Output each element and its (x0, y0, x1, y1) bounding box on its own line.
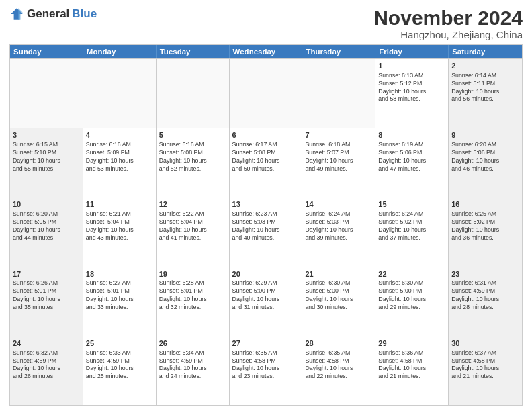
calendar-row: 3Sunrise: 6:15 AMSunset: 5:10 PMDaylight… (10, 128, 522, 197)
cell-info: Daylight: 10 hours (13, 365, 80, 373)
cell-info: Sunset: 4:58 PM (378, 357, 445, 365)
cell-info: Sunset: 5:08 PM (232, 149, 300, 157)
calendar-cell: 14Sunrise: 6:24 AMSunset: 5:03 PMDayligh… (302, 197, 375, 266)
cell-info: Sunrise: 6:37 AM (451, 349, 519, 357)
cell-info: Sunrise: 6:27 AM (86, 279, 153, 287)
calendar-cell: 27Sunrise: 6:35 AMSunset: 4:58 PMDayligh… (230, 336, 303, 405)
cell-info: Sunrise: 6:13 AM (378, 72, 445, 80)
cell-info: Sunset: 5:11 PM (451, 80, 519, 88)
cell-info: Daylight: 10 hours (451, 88, 519, 96)
cell-info: and 52 minutes. (159, 165, 226, 173)
cell-info: Daylight: 10 hours (13, 226, 80, 234)
cell-info: Sunrise: 6:23 AM (232, 210, 300, 218)
cell-info: Sunrise: 6:33 AM (86, 349, 153, 357)
cell-info: Sunrise: 6:24 AM (378, 210, 445, 218)
cell-info: and 37 minutes. (378, 234, 445, 242)
cell-info: and 55 minutes. (13, 165, 80, 173)
day-number: 7 (305, 130, 372, 140)
cell-info: Daylight: 10 hours (86, 365, 153, 373)
cell-info: Sunset: 4:59 PM (451, 287, 519, 295)
cell-info: Sunrise: 6:36 AM (378, 349, 445, 357)
cell-info: Sunset: 5:03 PM (305, 218, 372, 226)
cell-info: Sunset: 5:04 PM (159, 218, 226, 226)
cell-info: Sunset: 4:58 PM (305, 357, 372, 365)
cell-info: Sunrise: 6:20 AM (451, 141, 519, 149)
calendar-cell: 17Sunrise: 6:26 AMSunset: 5:01 PMDayligh… (10, 267, 83, 336)
header-day: Friday (375, 45, 449, 58)
cell-info: and 56 minutes. (451, 95, 519, 103)
cell-info: and 39 minutes. (305, 234, 372, 242)
cell-info: Sunrise: 6:20 AM (13, 210, 80, 218)
cell-info: Sunset: 5:01 PM (86, 287, 153, 295)
cell-info: Daylight: 10 hours (378, 226, 445, 234)
day-number: 1 (378, 61, 445, 71)
cell-info: Daylight: 10 hours (305, 295, 372, 304)
day-number: 3 (13, 130, 80, 140)
cell-info: and 53 minutes. (86, 165, 153, 173)
day-number: 4 (86, 130, 153, 140)
cell-info: and 31 minutes. (232, 304, 300, 312)
cell-info: and 30 minutes. (305, 304, 372, 312)
day-number: 26 (159, 338, 226, 349)
calendar-cell: 19Sunrise: 6:28 AMSunset: 5:01 PMDayligh… (157, 267, 230, 336)
calendar-cell (302, 59, 375, 128)
calendar: SundayMondayTuesdayWednesdayThursdayFrid… (9, 44, 523, 406)
calendar-cell: 13Sunrise: 6:23 AMSunset: 5:03 PMDayligh… (230, 197, 303, 266)
cell-info: and 28 minutes. (451, 304, 519, 312)
logo-general: General (27, 7, 69, 21)
cell-info: Sunset: 5:12 PM (378, 80, 445, 88)
cell-info: and 25 minutes. (86, 373, 153, 381)
header: General Blue November 2024 Hangzhou, Zhe… (9, 7, 523, 40)
cell-info: Daylight: 10 hours (159, 226, 226, 234)
calendar-cell: 22Sunrise: 6:30 AMSunset: 5:00 PMDayligh… (375, 267, 449, 336)
cell-info: Daylight: 10 hours (451, 365, 519, 373)
cell-info: and 46 minutes. (451, 165, 519, 173)
cell-info: Sunset: 5:09 PM (86, 149, 153, 157)
cell-info: Sunrise: 6:22 AM (159, 210, 226, 218)
cell-info: and 29 minutes. (378, 304, 445, 312)
cell-info: and 41 minutes. (159, 234, 226, 242)
cell-info: and 26 minutes. (13, 373, 80, 381)
day-number: 29 (378, 338, 445, 349)
calendar-cell: 29Sunrise: 6:36 AMSunset: 4:58 PMDayligh… (375, 336, 449, 405)
calendar-row: 10Sunrise: 6:20 AMSunset: 5:05 PMDayligh… (10, 197, 522, 266)
day-number: 15 (378, 199, 445, 210)
month-title: November 2024 (373, 7, 523, 29)
day-number: 5 (159, 130, 226, 140)
calendar-cell (83, 59, 157, 128)
cell-info: Daylight: 10 hours (13, 157, 80, 165)
day-number: 13 (232, 199, 300, 210)
cell-info: Sunset: 5:06 PM (378, 149, 445, 157)
day-number: 14 (305, 199, 372, 210)
calendar-cell: 4Sunrise: 6:16 AMSunset: 5:09 PMDaylight… (83, 128, 157, 197)
cell-info: Daylight: 10 hours (232, 226, 300, 234)
calendar-cell: 20Sunrise: 6:29 AMSunset: 5:00 PMDayligh… (230, 267, 303, 336)
cell-info: Daylight: 10 hours (378, 157, 445, 165)
cell-info: Sunrise: 6:19 AM (378, 141, 445, 149)
day-number: 2 (451, 61, 519, 71)
calendar-cell: 28Sunrise: 6:35 AMSunset: 4:58 PMDayligh… (302, 336, 375, 405)
day-number: 27 (232, 338, 300, 349)
cell-info: Sunset: 4:58 PM (232, 357, 300, 365)
day-number: 19 (159, 269, 226, 279)
cell-info: Daylight: 10 hours (451, 226, 519, 234)
cell-info: Sunrise: 6:35 AM (232, 349, 300, 357)
header-day: Sunday (10, 45, 83, 58)
calendar-cell: 2Sunrise: 6:14 AMSunset: 5:11 PMDaylight… (449, 59, 522, 128)
day-number: 21 (305, 269, 372, 279)
cell-info: Daylight: 10 hours (86, 226, 153, 234)
calendar-cell: 30Sunrise: 6:37 AMSunset: 4:58 PMDayligh… (449, 336, 522, 405)
calendar-cell: 7Sunrise: 6:18 AMSunset: 5:07 PMDaylight… (302, 128, 375, 197)
cell-info: Sunset: 5:04 PM (86, 218, 153, 226)
cell-info: and 49 minutes. (305, 165, 372, 173)
cell-info: and 36 minutes. (451, 234, 519, 242)
cell-info: Sunrise: 6:34 AM (159, 349, 226, 357)
day-number: 25 (86, 338, 153, 349)
cell-info: Sunset: 5:00 PM (305, 287, 372, 295)
cell-info: Sunset: 5:08 PM (159, 149, 226, 157)
day-number: 30 (451, 338, 519, 349)
day-number: 6 (232, 130, 300, 140)
cell-info: Sunset: 4:59 PM (86, 357, 153, 365)
calendar-cell: 5Sunrise: 6:16 AMSunset: 5:08 PMDaylight… (157, 128, 230, 197)
cell-info: Sunset: 5:00 PM (232, 287, 300, 295)
